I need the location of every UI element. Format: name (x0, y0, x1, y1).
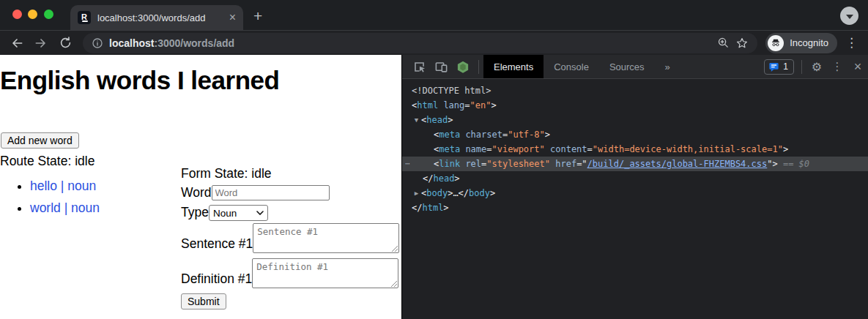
toolbar-divider (478, 60, 479, 74)
browser-menu-button[interactable]: ⋮ (842, 35, 861, 50)
code-token-pun: > (545, 130, 550, 140)
code-token-link[interactable]: /build/_assets/global-FHZEMBS4.css (587, 159, 768, 169)
dom-tree-line[interactable]: <html lang="en"> (402, 98, 868, 113)
close-window-button[interactable] (12, 10, 22, 19)
dom-tree-line[interactable]: ▼<head> (402, 113, 868, 127)
submit-button[interactable]: Submit (181, 293, 226, 309)
code-token-val: "utf-8" (508, 130, 545, 140)
code-token-tag: head (433, 173, 454, 184)
devtools-toolbar: ElementsConsoleSources» 1 ⚙ ⋮ × (402, 55, 868, 79)
code-token-attr: charset (465, 130, 502, 140)
devtools-tab-sources[interactable]: Sources (599, 55, 655, 78)
code-token-pun: > (783, 144, 788, 154)
tab-close-icon[interactable]: × (229, 12, 236, 23)
definition-row: Definition #1 (181, 258, 401, 288)
dom-tree-line[interactable]: </head> (402, 171, 868, 186)
code-token-doctype: <!DOCTYPE html> (412, 86, 491, 96)
code-token-attr: content (550, 144, 587, 154)
reload-button[interactable] (56, 34, 75, 53)
toolbar-divider (801, 60, 802, 74)
word-link[interactable]: world | noun (30, 200, 100, 215)
devtools-tab-elements[interactable]: Elements (483, 55, 544, 78)
device-toolbar-button[interactable] (430, 57, 452, 76)
add-word-form: Form State: idle Word Type Noun Sentence… (181, 166, 401, 309)
code-token-val: "stylesheet" (486, 159, 550, 169)
code-token-tag: html (422, 203, 443, 213)
code-token-attr: rel (465, 159, 481, 169)
url-text: localhost:3000/words/add (109, 37, 711, 49)
devtools-more-tabs-button[interactable]: » (655, 55, 680, 78)
address-bar[interactable]: localhost:3000/words/add (83, 33, 757, 53)
window-content: English words I learned Add new word Rou… (0, 55, 868, 319)
type-select-value: Noun (213, 208, 253, 219)
code-token-pun: </ (459, 188, 469, 198)
sentence-row: Sentence #1 (181, 223, 401, 253)
collapse-arrow-icon[interactable]: ▼ (412, 113, 421, 127)
code-token-tag: body (469, 188, 490, 198)
expand-arrow-icon[interactable]: ▶ (412, 186, 421, 200)
code-token-attr: name (465, 144, 486, 154)
resize-grip-icon[interactable] (392, 246, 398, 252)
type-select[interactable]: Noun (209, 205, 268, 221)
minimize-window-button[interactable] (28, 10, 37, 19)
code-token-tag: body (426, 188, 448, 198)
dom-tree-line[interactable]: <meta charset="utf-8"> (402, 127, 868, 142)
code-token-tag: html (417, 100, 438, 110)
code-token-pun: =" (576, 159, 587, 169)
more-actions-icon[interactable]: ⋯ (405, 157, 411, 171)
bookmark-star-icon[interactable] (735, 37, 749, 50)
incognito-badge: Incognito (765, 33, 837, 53)
resize-grip-icon[interactable] (391, 281, 397, 287)
back-button[interactable] (7, 34, 26, 53)
devtools-menu-button[interactable]: ⋮ (827, 57, 847, 76)
forward-arrow-icon (34, 36, 48, 50)
new-tab-button[interactable]: + (253, 7, 262, 25)
code-token-pun: > (491, 100, 496, 110)
code-token-pun: > (448, 115, 453, 125)
dom-tree-line[interactable]: </html> (402, 200, 868, 215)
definition-label: Definition #1 (181, 271, 252, 287)
definition-textarea[interactable] (252, 258, 398, 288)
chevron-down-icon (256, 211, 264, 215)
devtools-panel: ElementsConsoleSources» 1 ⚙ ⋮ × <!DOCTYP… (401, 55, 868, 319)
incognito-label: Incognito (790, 37, 828, 48)
code-token-val: "width=device-width,initial-scale=1" (593, 144, 783, 154)
download-indicator-icon[interactable] (840, 7, 858, 25)
code-token-tag: head (426, 115, 448, 125)
code-token-val: "en" (470, 100, 492, 110)
devtools-close-button[interactable]: × (847, 57, 868, 76)
node-hexagon-icon (456, 60, 470, 74)
sentence-textarea[interactable] (253, 223, 399, 253)
dom-tree-line[interactable]: ⋯<link rel="stylesheet" href="/build/_as… (402, 157, 868, 171)
code-token-tag: meta (439, 130, 460, 140)
code-token-attr: href (555, 159, 576, 169)
code-token-pun: </ (423, 173, 433, 184)
word-link[interactable]: hello | noun (30, 179, 96, 193)
code-token-dim: == $0 (778, 159, 809, 169)
node-devtools-button[interactable] (452, 57, 474, 76)
page-info-icon[interactable] (92, 37, 103, 49)
issues-counter[interactable]: 1 (764, 59, 794, 75)
dom-tree-line[interactable]: <meta name="viewport" content="width=dev… (402, 142, 868, 157)
forward-button[interactable] (31, 34, 51, 53)
word-label: Word (181, 185, 212, 200)
code-token-pun: > (454, 173, 459, 184)
dom-tree-line[interactable]: <!DOCTYPE html> (402, 83, 868, 98)
devtools-tab-console[interactable]: Console (544, 55, 599, 78)
inspect-element-button[interactable] (408, 57, 430, 76)
sentence-label: Sentence #1 (181, 236, 253, 252)
incognito-glyph-icon (771, 38, 781, 48)
maximize-window-button[interactable] (44, 10, 53, 19)
form-state-text: Form State: idle (181, 166, 401, 181)
devtools-settings-button[interactable]: ⚙ (806, 57, 827, 76)
type-row: Type Noun (181, 204, 401, 221)
browser-tab[interactable]: R localhost:3000/words/add × (70, 5, 243, 30)
word-input[interactable] (212, 185, 330, 200)
code-token-val: "viewport" (492, 144, 545, 154)
code-token-pun: </ (412, 203, 422, 213)
code-token-pun: > (443, 203, 448, 213)
zoom-icon[interactable] (717, 37, 730, 49)
elements-tree: <!DOCTYPE html><html lang="en">▼<head><m… (402, 79, 868, 319)
add-new-word-button[interactable]: Add new word (1, 132, 79, 149)
dom-tree-line[interactable]: ▶<body>…</body> (402, 186, 868, 200)
